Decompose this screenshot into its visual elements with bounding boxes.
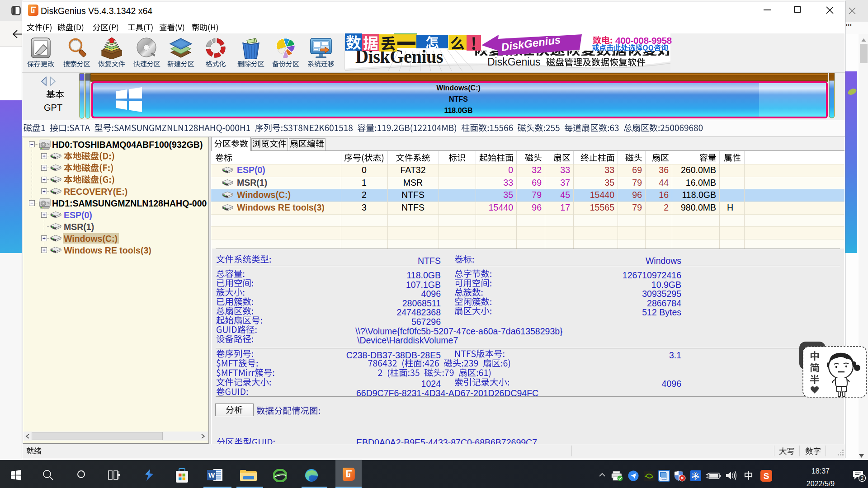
svg-text:2: 2 bbox=[861, 475, 863, 481]
svg-text:S: S bbox=[764, 471, 769, 481]
svg-text:intel: intel bbox=[661, 478, 666, 481]
svg-text:W: W bbox=[208, 471, 215, 479]
